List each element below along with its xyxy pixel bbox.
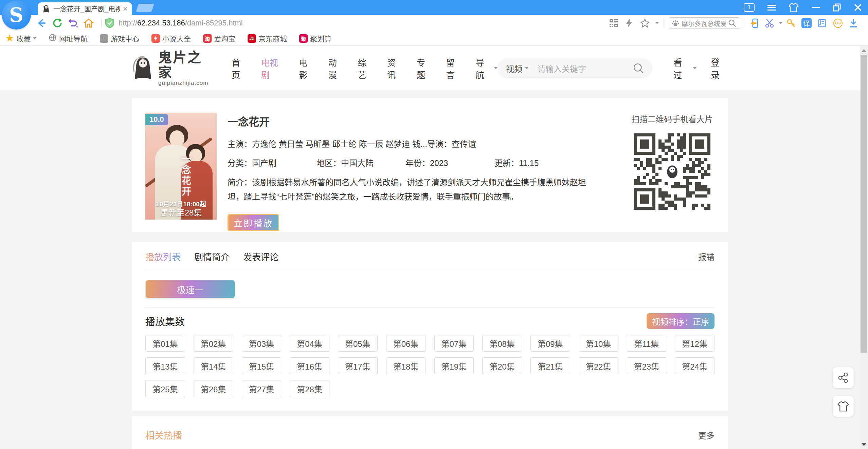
episode-button[interactable]: 第07集 — [434, 335, 474, 352]
collection-notebook-icon[interactable] — [816, 17, 829, 30]
site-search-box[interactable]: 视频 请输入关键字 — [498, 59, 652, 78]
episode-button[interactable]: 第20集 — [482, 357, 522, 374]
bookmark-ju[interactable]: 聚聚划算 — [299, 33, 331, 43]
nav-item-首页[interactable]: 首页 — [232, 56, 248, 80]
episode-button[interactable]: 第17集 — [338, 357, 378, 374]
translate-icon[interactable]: 译 — [800, 17, 813, 30]
bookmark-jd[interactable]: JD京东商城 — [248, 33, 287, 43]
episode-button[interactable]: 第03集 — [242, 335, 282, 352]
nav-item-电影[interactable]: 电影 — [299, 56, 315, 80]
playlist-tab-发表评论[interactable]: 发表评论 — [243, 250, 278, 263]
play-now-button[interactable]: 立即播放 — [228, 214, 279, 231]
episode-button[interactable]: 第10集 — [579, 335, 618, 352]
scrollbar[interactable] — [860, 46, 868, 449]
bookmark-game[interactable]: ≡游戏中心 — [100, 33, 139, 43]
episode-button[interactable]: 第19集 — [434, 357, 474, 374]
favorite-star-icon[interactable] — [638, 17, 651, 30]
scissors-dropdown-icon[interactable] — [779, 22, 782, 24]
episode-button[interactable]: 第16集 — [290, 357, 329, 374]
episode-button[interactable]: 第23集 — [627, 357, 667, 374]
close-window-icon[interactable] — [854, 3, 862, 12]
episode-button[interactable]: 第26集 — [194, 380, 233, 397]
episode-button[interactable]: 第21集 — [530, 357, 570, 374]
password-key-icon[interactable] — [784, 17, 797, 30]
episode-button[interactable]: 第14集 — [194, 357, 233, 374]
nav-item-动漫[interactable]: 动漫 — [328, 56, 345, 80]
source-button[interactable]: 极速一 — [145, 280, 235, 298]
minimize-button[interactable] — [812, 7, 820, 8]
playlist-tab-播放列表[interactable]: 播放列表 — [145, 250, 181, 263]
episode-button[interactable]: 第11集 — [627, 335, 667, 352]
nav-item-留言[interactable]: 留言 — [446, 56, 463, 80]
scroll-down-icon[interactable] — [861, 443, 867, 446]
screenshot-scissors-icon[interactable] — [763, 17, 776, 30]
episode-button[interactable]: 第06集 — [386, 335, 426, 352]
site-logo[interactable]: 鬼片之家 guipianzhijia.com — [132, 50, 215, 87]
playlist-tab-剧情简介[interactable]: 剧情简介 — [194, 250, 230, 263]
new-tab-button[interactable] — [136, 4, 154, 12]
more-tools-icon[interactable] — [831, 17, 844, 30]
episode-button[interactable]: 第13集 — [145, 357, 185, 374]
home-icon[interactable] — [82, 17, 95, 30]
refresh-icon[interactable] — [51, 17, 64, 30]
search-input[interactable]: 请输入关键字 — [537, 62, 633, 74]
bookmark-star[interactable]: ★收藏 — [5, 33, 36, 43]
report-error-link[interactable]: 报错 — [698, 250, 715, 262]
nav-item-导航[interactable]: 导航 — [476, 56, 498, 80]
episode-button[interactable]: 第24集 — [675, 357, 715, 374]
episode-button[interactable]: 第09集 — [530, 335, 570, 352]
episode-button[interactable]: 第28集 — [290, 380, 329, 397]
tab-close-icon[interactable]: × — [123, 5, 128, 13]
search-magnifier-icon[interactable] — [633, 63, 644, 74]
episode-button[interactable]: 第08集 — [482, 335, 522, 352]
login-link[interactable]: 登录 — [711, 56, 728, 81]
episode-button[interactable]: 第22集 — [579, 357, 618, 374]
undo-icon[interactable] — [67, 17, 79, 30]
skin-tshirt-icon[interactable] — [789, 3, 799, 12]
restore-button[interactable] — [833, 3, 841, 12]
nav-item-专题[interactable]: 专题 — [417, 56, 433, 80]
sogou-browser-logo[interactable]: S — [2, 0, 31, 30]
favorites-dropdown-icon[interactable] — [655, 22, 659, 24]
scroll-up-icon[interactable] — [861, 49, 867, 52]
episode-button[interactable]: 第27集 — [242, 380, 282, 397]
episode-button[interactable]: 第12集 — [675, 335, 715, 352]
nav-item-综艺[interactable]: 综艺 — [358, 56, 375, 80]
hot-search-magnifier-icon[interactable] — [728, 19, 736, 27]
episode-button[interactable]: 第02集 — [194, 335, 233, 352]
nav-item-电视剧[interactable]: 电视剧 — [261, 56, 286, 80]
nav-caret-icon — [494, 67, 498, 69]
episode-button[interactable]: 第18集 — [386, 357, 426, 374]
episode-button[interactable]: 第04集 — [290, 335, 329, 352]
bookmark-tao[interactable]: 淘爱淘宝 — [203, 33, 235, 43]
history-menu[interactable]: 看过 — [673, 56, 697, 81]
poster-image[interactable]: 10.0 一念花开 10月23日18:00起 更新至28集 — [145, 113, 217, 220]
related-card: 相关热播 更多 — [132, 416, 728, 449]
episode-button[interactable]: 第15集 — [242, 357, 282, 374]
more-link[interactable]: 更多 — [698, 429, 715, 441]
share-button[interactable] — [833, 367, 854, 388]
back-icon[interactable] — [35, 17, 48, 30]
bookmark-caret-icon[interactable] — [33, 37, 36, 39]
send-to-phone-icon[interactable] — [748, 17, 761, 30]
browser-tab[interactable]: 一念花开_国产剧_电视剧 × — [38, 2, 132, 15]
download-icon[interactable] — [847, 17, 860, 30]
scrollbar-thumb[interactable] — [861, 55, 867, 353]
episode-button[interactable]: 第05集 — [338, 335, 378, 352]
nav-item-资讯[interactable]: 资讯 — [387, 56, 404, 80]
skin-button[interactable] — [833, 396, 854, 417]
search-category-select[interactable]: 视频 — [506, 62, 528, 74]
bookmark-novel[interactable]: 小说大全 — [151, 33, 191, 43]
episode-button[interactable]: 第01集 — [145, 335, 185, 352]
episode-button[interactable]: 第25集 — [145, 380, 185, 397]
bookmark-globe[interactable]: 网址导航 — [49, 33, 88, 43]
sort-order-button[interactable]: 视频排序：正序 — [647, 313, 715, 329]
security-shield-icon[interactable] — [105, 18, 114, 28]
url-bar[interactable]: http://62.234.53.186/dami-85295.html — [119, 19, 243, 27]
qr-scan-icon[interactable] — [607, 17, 620, 30]
hot-search-box[interactable]: 摩尔多瓦总统爱犬咬伤奥地利总统 — [669, 17, 739, 29]
synopsis: 简介：该剧根据韩易水所著的同名人气小说改编，讲述了清源剑派天才大师兄崔尘携手腹黑… — [228, 175, 596, 204]
flash-speed-icon[interactable] — [623, 17, 636, 30]
tab-list-button[interactable]: 1 — [744, 3, 755, 12]
menu-icon[interactable] — [767, 7, 776, 8]
